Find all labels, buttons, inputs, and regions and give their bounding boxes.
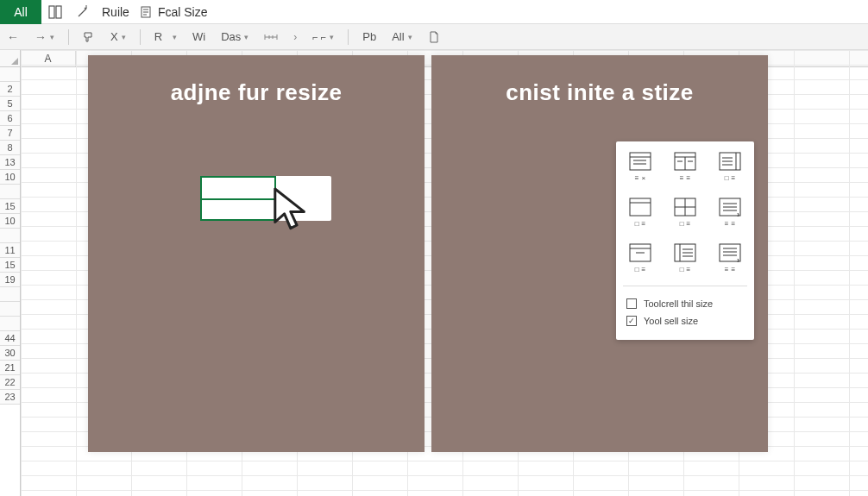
r-dropdown[interactable]: R▾ <box>151 30 180 43</box>
wi-button[interactable]: Wi <box>189 30 209 43</box>
row-header[interactable]: 10 <box>0 214 20 229</box>
fcal-size-button[interactable]: Fcal Size <box>135 5 213 19</box>
row-header[interactable]: 22 <box>0 375 20 390</box>
das-dropdown[interactable]: Das▾ <box>217 30 252 43</box>
row-header[interactable]: 8 <box>0 141 20 155</box>
toolbar: ← →▾ X▾ R▾ Wi Das▾ › ⌐ ⌐▾ Pb All▾ <box>0 24 868 50</box>
row-header[interactable] <box>0 185 20 199</box>
svg-rect-20 <box>630 198 651 216</box>
size-option-9[interactable]: ≡≡ <box>714 243 745 273</box>
all-dropdown[interactable]: All▾ <box>388 30 415 43</box>
select-all-corner[interactable] <box>0 50 20 67</box>
row-header[interactable]: 15 <box>0 258 20 273</box>
svg-rect-6 <box>630 153 651 170</box>
row-header[interactable]: 30 <box>0 346 20 361</box>
separator <box>348 29 349 45</box>
svg-rect-1 <box>56 6 61 18</box>
document-icon[interactable] <box>425 31 443 43</box>
left-panel: adjne fur resize <box>88 55 425 452</box>
row-header[interactable]: 7 <box>0 126 20 141</box>
cursor-icon <box>271 185 312 235</box>
row-headers: 2 5 6 7 8 13 10 15 10 11 15 19 44 30 21 … <box>0 50 21 496</box>
separator <box>140 29 141 45</box>
separator <box>68 29 69 45</box>
row-header[interactable] <box>0 67 20 82</box>
size-option-3[interactable]: □≡ <box>714 152 745 182</box>
paint-icon[interactable] <box>79 31 98 43</box>
svg-rect-39 <box>720 244 740 261</box>
size-option-5[interactable]: □≡ <box>670 198 701 228</box>
row-header[interactable]: 11 <box>0 243 20 258</box>
size-option-2[interactable]: ≡≡ <box>670 152 701 182</box>
ruile-button[interactable]: Ruile <box>97 5 135 19</box>
yool-sell-size-option[interactable]: ✓ Yool sell size <box>625 312 745 330</box>
checkbox-checked-icon: ✓ <box>626 316 637 326</box>
size-option-8[interactable]: □≡ <box>670 243 701 273</box>
row-header[interactable]: 5 <box>0 97 20 111</box>
chevron-right-icon[interactable]: › <box>290 31 300 43</box>
row-header[interactable]: 6 <box>0 111 20 126</box>
all-button[interactable]: All <box>0 0 41 24</box>
size-option-6[interactable]: ≡≡ <box>714 198 745 228</box>
row-header[interactable]: 2 <box>0 82 20 97</box>
row-header[interactable]: 19 <box>0 273 20 287</box>
divider <box>623 286 747 286</box>
title-bar: All Ruile Fcal Size <box>0 0 868 24</box>
spacing-icon[interactable] <box>261 32 281 42</box>
selected-cells <box>200 176 276 221</box>
wand-icon[interactable] <box>72 2 93 22</box>
pb-button[interactable]: Pb <box>359 30 380 43</box>
x-button[interactable]: X▾ <box>107 30 129 43</box>
row-header[interactable]: 44 <box>0 331 20 346</box>
row-header[interactable]: 15 <box>0 199 20 214</box>
right-panel: cnist inite a stize ≡× ≡≡ □≡ + □≡ □≡ <box>431 55 768 452</box>
right-panel-title: cnist inite a stize <box>431 79 768 106</box>
svg-rect-0 <box>49 6 54 18</box>
row-header[interactable] <box>0 229 20 243</box>
size-popup: ≡× ≡≡ □≡ + □≡ □≡ ≡≡ % <box>616 141 754 340</box>
toolcrell-size-option[interactable]: Toolcrell thil size <box>625 295 745 312</box>
row-header[interactable] <box>0 317 20 331</box>
layout-icon[interactable] <box>45 2 66 22</box>
row-header[interactable]: 21 <box>0 361 20 375</box>
size-option-4[interactable]: + □≡ <box>625 198 656 228</box>
left-panel-title: adjne fur resize <box>88 79 425 106</box>
size-option-7[interactable]: % □≡ <box>625 243 656 273</box>
forward-button[interactable]: →▾ <box>31 30 58 44</box>
size-option-1[interactable]: ≡× <box>625 152 656 182</box>
row-header[interactable]: 13 <box>0 155 20 170</box>
back-button[interactable]: ← <box>3 30 22 44</box>
row-header[interactable] <box>0 287 20 302</box>
icon-grid: ≡× ≡≡ □≡ + □≡ □≡ ≡≡ % <box>625 152 745 273</box>
fl-dropdown[interactable]: ⌐ ⌐▾ <box>309 32 337 42</box>
checkbox-icon <box>626 298 637 309</box>
row-header[interactable] <box>0 302 20 317</box>
row-header[interactable]: 10 <box>0 170 20 185</box>
row-header[interactable]: 23 <box>0 390 20 405</box>
